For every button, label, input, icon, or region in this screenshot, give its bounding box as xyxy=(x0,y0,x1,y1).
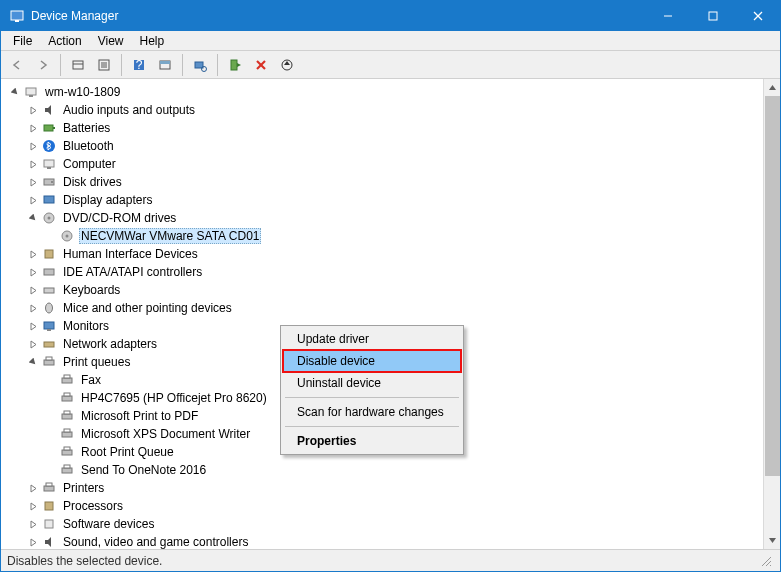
scroll-up-arrow-icon[interactable] xyxy=(764,79,780,96)
category-label[interactable]: Batteries xyxy=(61,121,112,135)
expander-spacer xyxy=(43,372,59,388)
expander-icon[interactable] xyxy=(25,300,41,316)
category-label[interactable]: Disk drives xyxy=(61,175,124,189)
svg-point-33 xyxy=(51,181,53,183)
forward-button[interactable] xyxy=(31,53,55,77)
category-label[interactable]: Mice and other pointing devices xyxy=(61,301,234,315)
svg-rect-60 xyxy=(44,486,54,491)
expander-icon[interactable] xyxy=(25,354,41,370)
category-label[interactable]: Bluetooth xyxy=(61,139,116,153)
category-label[interactable]: DVD/CD-ROM drives xyxy=(61,211,178,225)
svg-rect-3 xyxy=(709,12,717,20)
menu-help[interactable]: Help xyxy=(132,32,173,50)
category-label[interactable]: Computer xyxy=(61,157,118,171)
expander-icon[interactable] xyxy=(25,264,41,280)
expander-icon[interactable] xyxy=(25,498,41,514)
category-label[interactable]: Monitors xyxy=(61,319,111,333)
resize-grip-icon[interactable] xyxy=(758,553,774,569)
expander-icon[interactable] xyxy=(7,84,23,100)
vertical-scrollbar[interactable] xyxy=(763,79,780,549)
context-menu-properties[interactable]: Properties xyxy=(283,430,461,452)
context-menu-label: Disable device xyxy=(297,354,375,368)
printer-icon xyxy=(41,354,57,370)
scan-hardware-button[interactable] xyxy=(188,53,212,77)
menu-action[interactable]: Action xyxy=(40,32,89,50)
category-label[interactable]: Keyboards xyxy=(61,283,122,297)
category-label[interactable]: Audio inputs and outputs xyxy=(61,103,197,117)
category-label[interactable]: Human Interface Devices xyxy=(61,247,200,261)
expander-icon[interactable] xyxy=(25,336,41,352)
expander-spacer xyxy=(43,390,59,406)
expander-icon[interactable] xyxy=(25,318,41,334)
context-menu-label: Scan for hardware changes xyxy=(297,405,444,419)
svg-rect-52 xyxy=(62,414,72,419)
context-menu-disable-device[interactable]: Disable device xyxy=(283,350,461,372)
expander-icon[interactable] xyxy=(25,192,41,208)
back-button[interactable] xyxy=(5,53,29,77)
enable-button[interactable] xyxy=(223,53,247,77)
category-label[interactable]: IDE ATA/ATAPI controllers xyxy=(61,265,204,279)
help-button[interactable]: ? xyxy=(127,53,151,77)
show-hide-console-button[interactable] xyxy=(66,53,90,77)
device-label[interactable]: Root Print Queue xyxy=(79,445,176,459)
svg-rect-62 xyxy=(45,502,53,510)
properties-button[interactable] xyxy=(92,53,116,77)
close-button[interactable] xyxy=(735,1,780,31)
device-label[interactable]: HP4C7695 (HP Officejet Pro 8620) xyxy=(79,391,269,405)
category-label[interactable]: Sound, video and game controllers xyxy=(61,535,250,549)
printer-icon xyxy=(41,480,57,496)
svg-rect-53 xyxy=(64,411,70,414)
svg-marker-66 xyxy=(769,538,776,543)
expander-icon[interactable] xyxy=(25,120,41,136)
svg-rect-18 xyxy=(231,60,237,70)
context-menu-scan-hardware[interactable]: Scan for hardware changes xyxy=(283,401,461,423)
svg-line-67 xyxy=(762,557,771,566)
ide-icon xyxy=(41,264,57,280)
expander-icon[interactable] xyxy=(25,246,41,262)
minimize-button[interactable] xyxy=(645,1,690,31)
svg-marker-65 xyxy=(769,85,776,90)
device-label[interactable]: Microsoft Print to PDF xyxy=(79,409,200,423)
device-label[interactable]: Fax xyxy=(79,373,103,387)
device-tree[interactable]: wm-w10-1809 Audio inputs and outputs Bat… xyxy=(1,83,780,549)
printer-icon xyxy=(59,372,75,388)
category-label[interactable]: Processors xyxy=(61,499,125,513)
root-node-label[interactable]: wm-w10-1809 xyxy=(43,85,122,99)
svg-rect-63 xyxy=(45,520,53,528)
maximize-button[interactable] xyxy=(690,1,735,31)
printer-icon xyxy=(59,426,75,442)
expander-icon[interactable] xyxy=(25,174,41,190)
category-label[interactable]: Print queues xyxy=(61,355,132,369)
svg-rect-41 xyxy=(44,288,54,293)
expander-icon[interactable] xyxy=(25,102,41,118)
expander-icon[interactable] xyxy=(25,516,41,532)
svg-rect-48 xyxy=(62,378,72,383)
svg-rect-54 xyxy=(62,432,72,437)
expander-icon[interactable] xyxy=(25,210,41,226)
uninstall-button[interactable] xyxy=(249,53,273,77)
svg-rect-47 xyxy=(46,357,52,360)
context-menu-update-driver[interactable]: Update driver xyxy=(283,328,461,350)
printer-icon xyxy=(59,462,75,478)
expander-icon[interactable] xyxy=(25,534,41,549)
category-label[interactable]: Network adapters xyxy=(61,337,159,351)
expander-spacer xyxy=(43,462,59,478)
scrollbar-thumb[interactable] xyxy=(765,96,780,476)
expander-icon[interactable] xyxy=(25,282,41,298)
category-label[interactable]: Printers xyxy=(61,481,106,495)
bluetooth-icon xyxy=(41,138,57,154)
action-button[interactable] xyxy=(153,53,177,77)
scroll-down-arrow-icon[interactable] xyxy=(764,532,780,549)
expander-icon[interactable] xyxy=(25,480,41,496)
device-label[interactable]: Send To OneNote 2016 xyxy=(79,463,208,477)
category-label[interactable]: Display adapters xyxy=(61,193,154,207)
expander-icon[interactable] xyxy=(25,138,41,154)
category-label[interactable]: Software devices xyxy=(61,517,156,531)
device-label[interactable]: Microsoft XPS Document Writer xyxy=(79,427,252,441)
menu-file[interactable]: File xyxy=(5,32,40,50)
device-label-selected[interactable]: NECVMWar VMware SATA CD01 xyxy=(79,228,261,244)
context-menu-uninstall-device[interactable]: Uninstall device xyxy=(283,372,461,394)
update-driver-button[interactable] xyxy=(275,53,299,77)
menu-view[interactable]: View xyxy=(90,32,132,50)
expander-icon[interactable] xyxy=(25,156,41,172)
